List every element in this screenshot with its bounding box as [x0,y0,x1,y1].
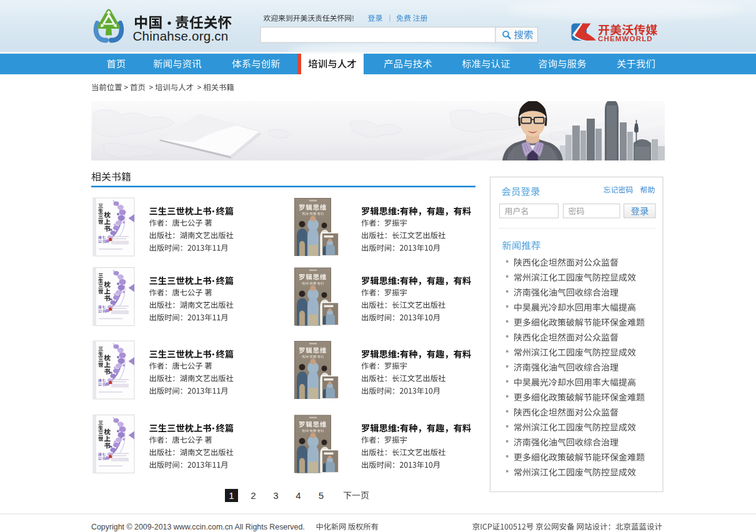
svg-text:3: 3 [273,490,278,501]
svg-text:Copyright © 2009-2013 www.ccin: Copyright © 2009-2013 www.ccin.com.cn Al… [91,523,305,531]
svg-text:1: 1 [229,490,234,501]
svg-text:5: 5 [319,490,324,501]
svg-text:CHEMWORLD: CHEMWORLD [598,34,653,42]
svg-text:2: 2 [251,490,256,501]
svg-text:4: 4 [296,490,301,501]
svg-text:Chinahse.org.cn: Chinahse.org.cn [133,29,229,43]
